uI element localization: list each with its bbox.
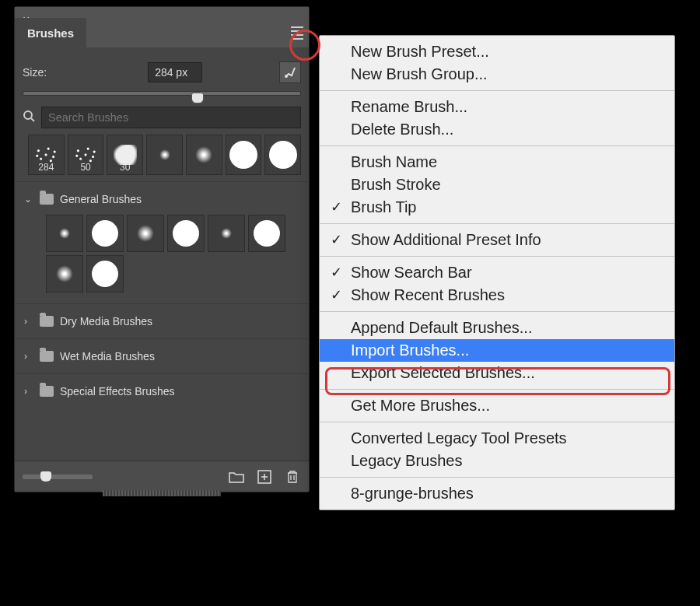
menu-item[interactable]: ✓Show Search Bar bbox=[320, 261, 674, 284]
group-label: General Brushes bbox=[60, 193, 142, 205]
menu-item-label: Import Brushes... bbox=[351, 342, 469, 359]
size-input[interactable] bbox=[148, 62, 202, 82]
menu-item-label: Append Default Brushes... bbox=[351, 319, 532, 336]
panel-body: Size: 2845030 ⌄General Brushes›Dry Media… bbox=[15, 47, 309, 492]
group-label: Wet Media Brushes bbox=[60, 350, 155, 363]
search-icon bbox=[23, 110, 35, 125]
brush-group: ›Wet Media Brushes bbox=[15, 338, 309, 373]
folder-icon bbox=[40, 351, 54, 362]
size-row: Size: bbox=[15, 47, 309, 88]
menu-item[interactable]: ✓Show Additional Preset Info bbox=[320, 229, 674, 251]
check-icon: ✓ bbox=[331, 264, 342, 281]
menu-item[interactable]: Get More Brushes... bbox=[320, 394, 674, 417]
tab-brushes[interactable]: Brushes bbox=[15, 18, 86, 47]
brush-size-label: 30 bbox=[120, 162, 130, 173]
recent-brushes: 2845030 bbox=[15, 135, 309, 181]
group-header[interactable]: ›Wet Media Brushes bbox=[15, 344, 309, 369]
menu-item[interactable]: Delete Brush... bbox=[320, 118, 674, 141]
group-header[interactable]: ⌄General Brushes bbox=[15, 187, 309, 212]
brush-preset[interactable] bbox=[86, 255, 124, 292]
folder-icon[interactable] bbox=[228, 468, 245, 485]
menu-item-label: Show Additional Preset Info bbox=[351, 231, 541, 248]
brush-preset[interactable] bbox=[46, 255, 83, 292]
folder-icon bbox=[40, 386, 54, 397]
brushes-panel: × ‹‹ Brushes Size: bbox=[14, 6, 310, 492]
brush-preset[interactable] bbox=[46, 215, 83, 252]
menu-item-label: Legacy Brushes bbox=[351, 452, 462, 469]
menu-separator bbox=[320, 422, 674, 422]
menu-separator bbox=[320, 223, 674, 224]
menu-item-label: Show Search Bar bbox=[351, 264, 472, 281]
menu-separator bbox=[320, 477, 674, 478]
menu-item-label: Brush Tip bbox=[351, 198, 416, 215]
menu-item[interactable]: Brush Stroke bbox=[320, 173, 674, 196]
recent-brush[interactable] bbox=[186, 135, 222, 175]
folder-icon bbox=[40, 194, 54, 205]
new-icon[interactable] bbox=[256, 468, 273, 485]
svg-point-0 bbox=[285, 75, 288, 78]
menu-separator bbox=[320, 256, 674, 257]
menu-item[interactable]: Export Selected Brushes... bbox=[320, 362, 674, 384]
hamburger-icon bbox=[291, 26, 303, 40]
check-icon: ✓ bbox=[331, 286, 342, 303]
menu-item[interactable]: New Brush Preset... bbox=[320, 40, 674, 63]
menu-item-label: New Brush Preset... bbox=[351, 43, 489, 60]
group-header[interactable]: ›Dry Media Brushes bbox=[15, 309, 309, 334]
recent-brush[interactable] bbox=[146, 135, 183, 175]
size-label: Size: bbox=[23, 66, 47, 79]
tab-bar: Brushes bbox=[15, 18, 309, 47]
check-icon: ✓ bbox=[331, 198, 342, 215]
brush-preset[interactable] bbox=[208, 215, 245, 252]
brush-icon bbox=[284, 66, 296, 79]
group-label: Dry Media Brushes bbox=[60, 315, 152, 328]
brush-preset[interactable] bbox=[248, 215, 285, 252]
resize-grip[interactable] bbox=[103, 490, 220, 496]
panel-menu-button[interactable] bbox=[287, 23, 307, 43]
brush-preset[interactable] bbox=[167, 215, 205, 252]
brush-size-label: 284 bbox=[38, 162, 54, 173]
slider-thumb[interactable] bbox=[191, 93, 204, 103]
panel-topbar: × ‹‹ bbox=[15, 7, 309, 18]
menu-item[interactable]: Legacy Brushes bbox=[320, 450, 674, 472]
menu-item[interactable]: Brush Name bbox=[320, 151, 674, 173]
recent-brush[interactable]: 284 bbox=[28, 135, 65, 175]
menu-item[interactable]: New Brush Group... bbox=[320, 63, 674, 86]
menu-item[interactable]: Import Brushes... bbox=[320, 339, 674, 362]
recent-brush[interactable] bbox=[226, 135, 262, 175]
group-header[interactable]: ›Special Effects Brushes bbox=[15, 379, 309, 404]
check-icon: ✓ bbox=[331, 231, 342, 248]
svg-line-2 bbox=[31, 118, 34, 121]
menu-separator bbox=[320, 90, 674, 91]
brush-preset[interactable] bbox=[86, 215, 124, 252]
zoom-slider[interactable] bbox=[23, 475, 93, 479]
menu-item-label: Delete Brush... bbox=[351, 121, 453, 138]
menu-item[interactable]: Rename Brush... bbox=[320, 96, 674, 118]
menu-item-label: Brush Name bbox=[351, 153, 437, 170]
menu-item[interactable]: Append Default Brushes... bbox=[320, 317, 674, 339]
panel-context-menu: New Brush Preset...New Brush Group...Ren… bbox=[319, 35, 675, 510]
menu-item-label: Export Selected Brushes... bbox=[351, 364, 535, 381]
menu-item[interactable]: ✓Show Recent Brushes bbox=[320, 284, 674, 307]
menu-item-label: Converted Legacy Tool Presets bbox=[351, 429, 567, 447]
brush-grid bbox=[15, 212, 309, 299]
menu-item-label: 8-grunge-brushes bbox=[351, 485, 474, 502]
recent-brush[interactable] bbox=[264, 135, 301, 175]
trash-icon[interactable] bbox=[284, 468, 301, 485]
svg-point-1 bbox=[24, 111, 32, 119]
size-slider[interactable] bbox=[15, 88, 309, 102]
chevron-right-icon: › bbox=[24, 386, 33, 397]
brush-preset[interactable] bbox=[127, 215, 164, 252]
menu-item-label: Get More Brushes... bbox=[351, 397, 490, 414]
search-input[interactable] bbox=[41, 107, 301, 128]
menu-separator bbox=[320, 389, 674, 390]
menu-item[interactable]: 8-grunge-brushes bbox=[320, 482, 674, 505]
menu-item[interactable]: ✓Brush Tip bbox=[320, 196, 674, 219]
recent-brush[interactable]: 50 bbox=[68, 135, 104, 175]
recent-brush[interactable]: 30 bbox=[107, 135, 143, 175]
brush-group: ›Special Effects Brushes bbox=[15, 373, 309, 408]
folder-icon bbox=[40, 316, 54, 327]
menu-item[interactable]: Converted Legacy Tool Presets bbox=[320, 427, 674, 450]
brush-group: ›Dry Media Brushes bbox=[15, 303, 309, 338]
brush-preview-toggle[interactable] bbox=[279, 61, 301, 83]
menu-item-label: New Brush Group... bbox=[351, 65, 488, 82]
